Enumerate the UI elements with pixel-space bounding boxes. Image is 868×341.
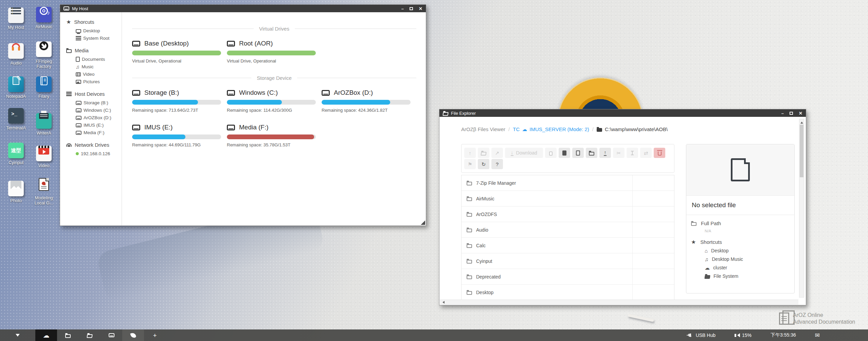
sidebar-item-imus-e[interactable]: IMUS (E:)	[76, 123, 122, 128]
minimize-button[interactable]: –	[781, 111, 784, 116]
new-file-button[interactable]	[572, 148, 584, 158]
desktop-icon-photo[interactable]: Photo	[2, 177, 30, 212]
taskbar-button-folder-open[interactable]	[79, 329, 101, 341]
usb-tray-item[interactable]: USB Hub	[686, 333, 716, 338]
desktop-icon-audio[interactable]: Audio	[2, 39, 30, 73]
sidebar-item-desktop[interactable]: Desktop	[76, 28, 122, 33]
taskbar-button-add[interactable]: +	[144, 329, 166, 341]
sidebar-item-video[interactable]: Video	[76, 72, 122, 77]
maximize-button[interactable]	[790, 112, 793, 115]
my-host-titlebar[interactable]: My Host – ✕	[60, 5, 426, 12]
file-row[interactable]: Calc	[462, 238, 674, 253]
wifi-icon	[66, 143, 72, 147]
shortcut-file-system[interactable]: File System	[705, 273, 790, 279]
drive-card-base-desktop[interactable]: Base (Desktop) Virtual Drive, Operationa…	[132, 40, 221, 64]
close-button[interactable]: ✕	[799, 111, 802, 116]
sidebar-item-music[interactable]: ♫ Music	[76, 64, 122, 69]
paste-button[interactable]	[559, 148, 570, 158]
open-external-button[interactable]: ↗	[491, 148, 503, 158]
sidebar-item-windows-c[interactable]: Windows (C:)	[76, 108, 122, 113]
scroll-up-arrow[interactable]	[800, 120, 803, 124]
breadcrumb-path[interactable]: C:\wamp\www\private\AOB\	[597, 126, 668, 132]
desktop-icon-notepada[interactable]: NotepadA	[2, 73, 30, 108]
clock-tray-item[interactable]: 下午3:55:36	[771, 332, 796, 338]
horizontal-scrollbar[interactable]	[440, 300, 798, 305]
taskbar-button-folder[interactable]	[57, 329, 79, 341]
swap-button[interactable]: ⇄	[640, 148, 652, 158]
desktop-icon-airmusic[interactable]: AirMusic	[30, 4, 58, 39]
desktop-icon-my-host[interactable]: My Host	[2, 4, 30, 39]
shortcut-cluster[interactable]: ☁ cluster	[705, 265, 790, 270]
desktop-icon-video[interactable]: Video	[30, 143, 58, 177]
drive-card-arozbox-d[interactable]: ArOZBox (D:) Remaining space: 424.36G/1.…	[322, 89, 411, 113]
shortcut-desktop[interactable]: ⌂ Desktop	[705, 248, 790, 253]
vertical-scrollbar[interactable]	[799, 119, 804, 298]
copy-icon	[549, 151, 553, 156]
help-button[interactable]: ?	[491, 159, 503, 169]
upload-button[interactable]: ↑	[599, 148, 611, 158]
drive-icon	[132, 41, 140, 47]
taskbar-button-leaf[interactable]	[122, 329, 144, 341]
desktop-icon-modeling-pdf[interactable]: Modeling Local G...	[30, 177, 58, 212]
copy-button[interactable]	[545, 148, 557, 158]
folder-icon	[467, 275, 472, 279]
shortcut-desktop-music[interactable]: ♫ Desktop Music	[705, 256, 790, 262]
file-row[interactable]: Deprecated	[462, 269, 674, 285]
documents-icon	[779, 312, 789, 325]
desktop-icon-ffmpeg-factory[interactable]: FFmpeg Factory	[30, 39, 58, 73]
file-row[interactable]: ArOZDFS	[462, 207, 674, 222]
sidebar-item-system-root[interactable]: System Root	[76, 36, 122, 41]
cut-button[interactable]: ✂	[613, 148, 625, 158]
minimize-button[interactable]: –	[401, 6, 404, 11]
refresh-button[interactable]: ↻	[478, 159, 489, 169]
breadcrumb-server-link[interactable]: TC ☁ IMUS_SERVER (Mode: 2)	[513, 126, 589, 132]
leaf-icon	[130, 332, 136, 338]
drive-card-windows-c[interactable]: Windows (C:) Remaining space: 114.42G/30…	[227, 89, 316, 113]
paste-icon	[562, 150, 566, 156]
file-row[interactable]: Desktop	[462, 285, 674, 300]
sidebar-item-arozbox-d[interactable]: ArOZBox (D:)	[76, 115, 122, 120]
desktop-icon-cyinput[interactable]: 速型 Cyinput	[2, 143, 30, 177]
open-button[interactable]	[478, 148, 489, 158]
taskbar-button-cloud[interactable]: ☁	[35, 329, 57, 341]
sidebar-item-documents[interactable]: Documents	[76, 57, 122, 62]
scrollbar-thumb[interactable]	[800, 125, 803, 177]
scroll-left-arrow[interactable]	[441, 301, 445, 304]
sidebar-item-pictures[interactable]: Pictures	[76, 79, 122, 84]
sidebar-item-storage-b[interactable]: Storage (B:)	[76, 100, 122, 105]
desktop-icon-filary[interactable]: Filary	[30, 73, 58, 108]
file-row[interactable]: Audio	[462, 222, 674, 238]
sidebar-item-network-192-168-0-126[interactable]: 192.168.0.126	[76, 151, 122, 156]
drive-card-media-f[interactable]: Media (F:) Remaining space: 35.78G/1.53T	[227, 124, 316, 147]
desktop-icon-terminala[interactable]: >_ TerminalA	[2, 108, 30, 143]
file-row[interactable]: Cyinput	[462, 253, 674, 269]
taskbar-button-drive[interactable]	[101, 329, 122, 341]
delete-button[interactable]	[654, 148, 665, 158]
file-row[interactable]: 7-Zip File Manager	[462, 175, 674, 191]
new-folder-button[interactable]	[586, 148, 597, 158]
video-player-icon	[36, 146, 52, 161]
desktop-icon-writera[interactable]: WriterA	[30, 108, 58, 143]
drive-caption: Remaining space: 44.69G/111.79G	[132, 142, 221, 147]
download-button[interactable]: ↓Download	[505, 148, 543, 158]
sidebar-item-media-f[interactable]: Media (F:)	[76, 130, 122, 135]
file-row[interactable]: AirMusic	[462, 191, 674, 207]
sidebar-group-shortcuts: ★ Shorcuts	[66, 19, 122, 25]
taskbar-menu-arrow[interactable]	[0, 332, 35, 339]
up-button[interactable]: ↑	[464, 148, 476, 158]
maximize-button[interactable]	[410, 7, 413, 10]
close-button[interactable]: ✕	[419, 6, 422, 11]
drive-usage-bar	[227, 134, 316, 139]
breadcrumb-app[interactable]: ArOZβ Files Viewer	[461, 126, 505, 132]
drive-card-root-aor[interactable]: Root (AOR) Virtual Drive, Operational	[227, 40, 316, 64]
drive-caption: Remaining space: 713.64G/2.73T	[132, 108, 221, 113]
drive-card-storage-b[interactable]: Storage (B:) Remaining space: 713.64G/2.…	[132, 89, 221, 113]
drive-card-imus-e[interactable]: IMUS (E:) Remaining space: 44.69G/111.79…	[132, 124, 221, 147]
mail-tray-item[interactable]: ✉	[815, 333, 820, 338]
volume-tray-item[interactable]: 15%	[735, 333, 752, 338]
rename-button[interactable]	[627, 148, 638, 158]
desktop-icon-label: WriterA	[30, 130, 58, 136]
file-explorer-titlebar[interactable]: File Explorer – ✕	[439, 109, 806, 117]
bookmark-button[interactable]: ⚑	[464, 159, 476, 169]
sidebar-group-media: Media	[66, 48, 122, 53]
